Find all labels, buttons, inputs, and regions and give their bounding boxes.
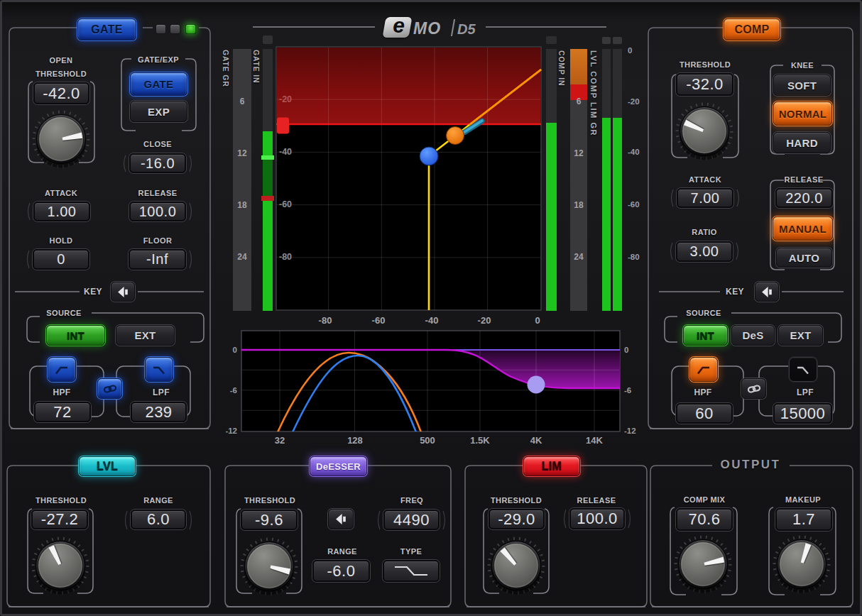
svg-text:-12: -12 (624, 427, 636, 435)
svg-text:-20: -20 (279, 94, 292, 104)
svg-text:-6: -6 (624, 386, 631, 395)
svg-text:-20: -20 (478, 315, 491, 326)
svg-text:1.5K: 1.5K (470, 435, 490, 446)
svg-text:0: 0 (233, 346, 237, 354)
svg-text:-40: -40 (279, 147, 292, 157)
svg-text:-60: -60 (279, 199, 292, 209)
svg-text:-40: -40 (425, 315, 439, 326)
svg-text:14K: 14K (586, 435, 603, 446)
svg-text:0: 0 (624, 346, 628, 354)
svg-text:500: 500 (420, 435, 435, 446)
svg-text:4K: 4K (530, 435, 542, 446)
svg-text:-6: -6 (230, 386, 237, 395)
svg-text:128: 128 (347, 435, 363, 446)
svg-text:-12: -12 (226, 427, 237, 435)
svg-text:32: 32 (275, 435, 285, 446)
svg-text:-80: -80 (279, 252, 292, 262)
svg-text:-60: -60 (372, 315, 386, 326)
svg-text:0: 0 (535, 315, 540, 326)
svg-text:-80: -80 (319, 315, 332, 326)
